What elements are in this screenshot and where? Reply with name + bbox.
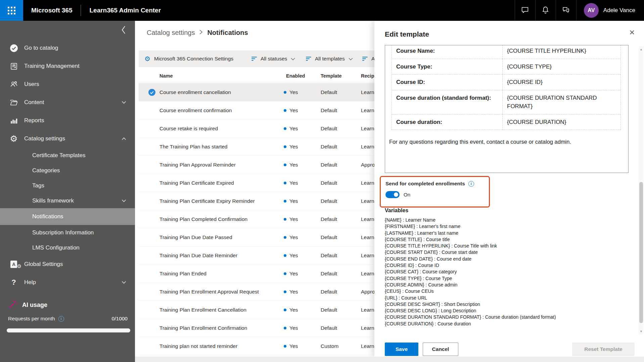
topbar-divider <box>81 5 81 16</box>
account-menu[interactable]: AV Adele Vance <box>576 0 644 21</box>
enabled-dot-icon <box>284 109 286 112</box>
sidebar-item-notifications[interactable]: Notifications <box>0 208 135 225</box>
template-field-value: {COURSE DURATION STANDARD FORMAT} <box>503 90 620 114</box>
product-name[interactable]: Microsoft 365 <box>31 7 72 14</box>
sidebar-item-users[interactable]: Users <box>0 75 135 93</box>
enabled-text: Yes <box>289 234 298 240</box>
variable-item: {NAME} : Learner Name <box>385 217 556 223</box>
sidebar-item-global-settings[interactable]: A⚙Global Settings <box>0 255 135 273</box>
sidebar-item-label: Notifications <box>32 213 63 220</box>
enabled-text: Yes <box>289 325 298 331</box>
template-field-value: {COURSE ID} <box>503 75 620 90</box>
sidebar-item-catalog-settings[interactable]: ⚙Catalog settings <box>0 130 135 148</box>
sidebar-item-label: Certificate Templates <box>32 152 85 159</box>
template-field-label: Course Type: <box>392 59 503 75</box>
enabled-text: Yes <box>289 343 298 349</box>
scrollbar-thumb[interactable] <box>639 182 643 323</box>
scroll-down-icon[interactable]: ▼ <box>639 330 644 333</box>
sidebar-item-lms-configuration[interactable]: LMS Configuration <box>0 240 135 255</box>
sidebar-item-go-to-catalog[interactable]: Go to catalog <box>0 39 135 57</box>
app-name: Learn365 Admin Center <box>89 7 161 14</box>
collapse-sidebar-button[interactable] <box>120 25 127 36</box>
enabled-dot-icon <box>284 91 286 94</box>
row-enabled: Yes <box>284 253 298 259</box>
row-template: Default <box>321 271 337 277</box>
info-icon[interactable]: i <box>468 181 474 187</box>
column-header-enabled[interactable]: Enabled <box>286 73 305 79</box>
admin-icon: A⚙ <box>8 261 19 268</box>
magic-wand-icon <box>8 300 17 311</box>
chevron-up-icon <box>122 137 126 140</box>
feedback-button[interactable] <box>556 0 576 21</box>
row-enabled: Yes <box>284 271 298 277</box>
sidebar-item-ai-usage[interactable]: AI usage <box>8 300 47 311</box>
template-table: Course Name:{COURSE TITLE HYPERLINK}Cour… <box>392 45 621 130</box>
row-template: Custom <box>321 343 338 349</box>
row-name: Course enrollment cancellation <box>159 89 231 95</box>
enabled-text: Yes <box>289 144 298 150</box>
enabled-dot-icon <box>284 327 286 329</box>
chat-icon <box>521 6 529 15</box>
sidebar-item-reports[interactable]: Reports <box>0 111 135 130</box>
enabled-text: Yes <box>289 271 298 277</box>
variable-item: {COURSE START DATE} : Course start date <box>385 249 556 256</box>
sidebar-item-certificate-templates[interactable]: Certificate Templates <box>0 148 135 163</box>
filter-templates[interactable]: All templates <box>306 50 353 67</box>
sidebar-item-label: Skills framework <box>32 197 74 204</box>
scroll-up-icon[interactable]: ▲ <box>639 48 644 51</box>
sidebar-item-label: Categories <box>32 167 60 174</box>
send-toggle[interactable] <box>385 191 400 198</box>
bottom-scroll-strip <box>135 357 644 362</box>
sidebar-item-subscription-information[interactable]: Subscription Information <box>0 225 135 240</box>
column-header-template[interactable]: Template <box>321 73 342 79</box>
sidebar-item-training-management[interactable]: Training Management <box>0 57 135 75</box>
row-name: Training Plan Due Date Reminder <box>159 253 237 259</box>
app-launcher-button[interactable] <box>0 0 23 21</box>
variable-item: {COURSE TYPE} : Course Type <box>385 275 556 282</box>
sidebar-nav: Go to catalogTraining ManagementUsersCon… <box>0 39 135 291</box>
row-name: Training Plan Approval Reminder <box>159 162 236 168</box>
filter-icon <box>362 57 368 61</box>
variable-item: {COURSE DURATION STANDARD FORMAT} : Cour… <box>385 314 556 320</box>
enabled-text: Yes <box>289 162 298 168</box>
breadcrumb-parent[interactable]: Catalog settings <box>147 29 195 37</box>
avatar[interactable]: AV <box>584 3 599 18</box>
sidebar-item-tags[interactable]: Tags <box>0 178 135 193</box>
variable-item: {COURSE DESC LONG} : Long Description <box>385 308 556 314</box>
variable-item: {COURSE ID} : Course ID <box>385 262 556 269</box>
edit-template-panel: Edit template ✕ Course Name:{COURSE TITL… <box>374 21 644 357</box>
chat-button[interactable] <box>515 0 535 21</box>
sidebar-item-skills-framework[interactable]: Skills framework <box>0 193 135 208</box>
variables-list: {NAME} : Learner Name{FIRSTNAME} : Learn… <box>385 217 556 327</box>
enabled-dot-icon <box>284 218 286 221</box>
bell-icon <box>541 6 550 15</box>
filter-recipients[interactable]: A <box>362 50 375 67</box>
close-icon[interactable]: ✕ <box>629 29 635 36</box>
template-field-label: Course Name: <box>392 45 503 59</box>
chevron-down-icon <box>291 56 295 62</box>
template-editor[interactable]: Course Name:{COURSE TITLE HYPERLINK}Cour… <box>385 45 629 173</box>
variable-item: {URL} : Course URL <box>385 295 556 301</box>
connection-settings-button[interactable]: ⚙ Microsoft 365 Connection Settings <box>144 50 233 67</box>
filter-statuses[interactable]: All statuses <box>251 50 295 67</box>
enabled-dot-icon <box>284 290 286 293</box>
row-enabled: Yes <box>284 289 298 295</box>
sidebar-item-help[interactable]: ?Help <box>0 273 135 291</box>
sidebar-item-content[interactable]: Content <box>0 93 135 111</box>
template-field-label: Course duration (standard format): <box>392 90 503 114</box>
row-enabled: Yes <box>284 144 298 150</box>
variable-item: {COURSE DURATION} : Course duration <box>385 321 556 327</box>
info-icon[interactable]: i <box>58 316 64 322</box>
reset-template-button: Reset Template <box>572 343 635 356</box>
row-name: Training Plan Ended <box>159 271 206 277</box>
column-header-name[interactable]: Name <box>159 73 173 79</box>
enabled-dot-icon <box>284 164 286 166</box>
row-name: Training Plan Enrollment Approval Reques… <box>159 289 259 295</box>
sidebar-item-categories[interactable]: Categories <box>0 163 135 178</box>
notifications-button[interactable] <box>535 0 556 21</box>
row-template: Default <box>321 107 337 114</box>
save-button[interactable]: Save <box>385 343 418 356</box>
sidebar-item-label: Content <box>24 99 44 106</box>
cancel-button[interactable]: Cancel <box>423 343 458 356</box>
panel-scrollbar[interactable]: ▲ ▼ <box>639 46 644 334</box>
